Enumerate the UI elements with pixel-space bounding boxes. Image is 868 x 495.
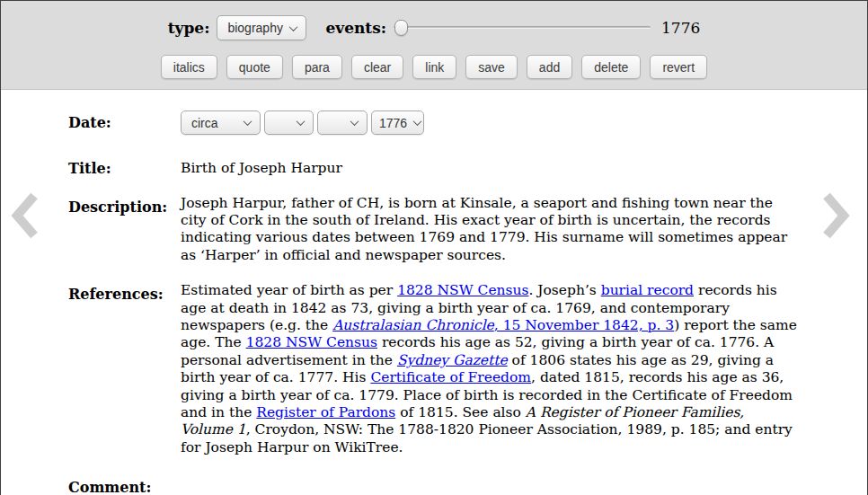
type-label: type: [168, 19, 210, 37]
event-editor-window: type: biography events: 1776 italicsquot… [0, 0, 868, 495]
comment-row: Comment: [68, 475, 867, 495]
references-row: References: Estimated year of birth as p… [68, 282, 867, 456]
chevron-down-icon [413, 117, 422, 126]
date-select-1[interactable]: circa [181, 110, 261, 135]
date-selects: circa1776 [181, 110, 801, 135]
date-select-value: 1776 [379, 116, 407, 130]
italics-button[interactable]: italics [161, 55, 217, 79]
references-text-segment: , Croydon, NSW: The 1788-1820 Pioneer As… [181, 421, 793, 455]
next-event-button[interactable] [823, 191, 850, 240]
toolbar: type: biography events: 1776 italicsquot… [1, 1, 867, 90]
chevron-down-icon [297, 117, 306, 126]
reference-link[interactable]: Register of Pardons [256, 404, 395, 420]
reference-link[interactable]: 1828 NSW Census [246, 334, 377, 350]
reference-link[interactable]: Certificate of Freedom [370, 369, 531, 385]
add-button[interactable]: add [527, 55, 572, 79]
revert-button[interactable]: revert [650, 55, 707, 79]
chevron-down-icon [289, 22, 298, 31]
chevron-right-icon [823, 191, 850, 240]
date-select-4[interactable]: 1776 [371, 110, 424, 135]
title-row: Title: Birth of Joseph Harpur [68, 156, 867, 178]
date-select-3[interactable] [317, 110, 368, 135]
toolbar-controls-row: type: biography events: 1776 [168, 15, 701, 40]
link-button[interactable]: link [412, 55, 456, 79]
events-slider-value: 1776 [661, 19, 700, 37]
clear-button[interactable]: clear [351, 55, 403, 79]
references-text-segment: Estimated year of birth as per [181, 282, 397, 298]
event-form: Date: circa1776 Title: Birth of Joseph H… [1, 90, 867, 495]
title-label: Title: [68, 156, 181, 178]
title-value[interactable]: Birth of Joseph Harpur [181, 156, 801, 177]
type-select[interactable]: biography [217, 15, 306, 40]
slider-track[interactable] [394, 26, 651, 29]
references-label: References: [68, 282, 181, 304]
date-row: Date: circa1776 [68, 110, 867, 135]
description-label: Description: [68, 195, 181, 217]
previous-event-button[interactable] [11, 191, 38, 240]
para-button[interactable]: para [292, 55, 342, 79]
references-text-segment: of 1815. See also [395, 404, 526, 420]
reference-link[interactable]: 1828 NSW Census [397, 282, 528, 298]
references-text-segment: . Joseph’s [528, 282, 600, 298]
reference-link[interactable]: Australasian Chronicle [332, 317, 494, 333]
events-label: events: [325, 19, 386, 37]
references-text[interactable]: Estimated year of birth as per 1828 NSW … [181, 282, 801, 456]
type-select-value: biography [227, 21, 283, 35]
events-slider[interactable] [394, 19, 651, 37]
chevron-down-icon [350, 117, 359, 126]
chevron-left-icon [11, 191, 38, 240]
date-select-value: circa [191, 116, 218, 130]
comment-label: Comment: [68, 475, 181, 495]
reference-link[interactable]: , 15 November 1842, p. 3 [494, 317, 674, 333]
chevron-down-icon [244, 117, 252, 126]
delete-button[interactable]: delete [581, 55, 641, 79]
date-label: Date: [68, 110, 181, 132]
description-row: Description: Joseph Harpur, father of CH… [68, 195, 867, 265]
save-button[interactable]: save [465, 55, 518, 79]
reference-link[interactable]: Sydney Gazette [397, 352, 508, 368]
description-text[interactable]: Joseph Harpur, father of CH, is born at … [181, 195, 801, 265]
reference-link[interactable]: burial record [601, 282, 694, 298]
slider-thumb[interactable] [394, 20, 408, 36]
quote-button[interactable]: quote [226, 55, 283, 79]
button-bar: italicsquoteparaclearlinksaveadddeletere… [161, 55, 707, 79]
date-select-2[interactable] [264, 110, 314, 135]
